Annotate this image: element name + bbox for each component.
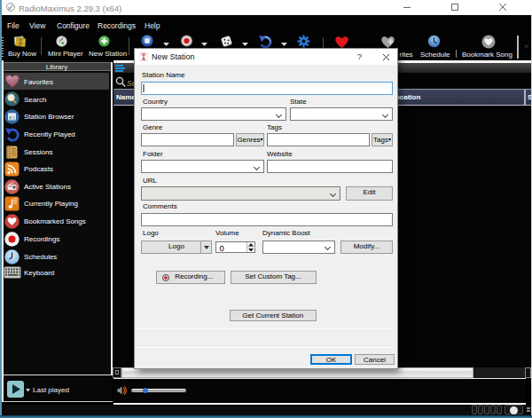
svg-text:$: $ <box>18 37 23 47</box>
